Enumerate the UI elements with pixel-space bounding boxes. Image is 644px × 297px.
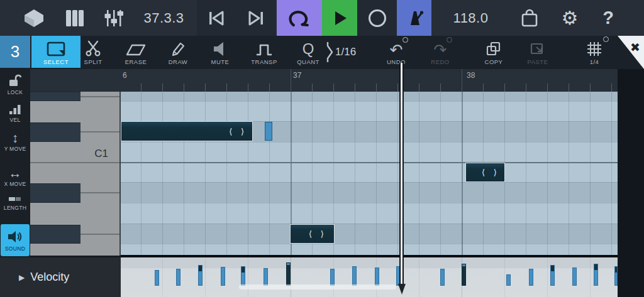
sidebar-item-velocity[interactable]: VEL (0, 103, 30, 123)
ruler-measure-label: 6 (123, 71, 127, 80)
grid-row-white-key[interactable] (121, 162, 618, 182)
velocity-bar[interactable] (198, 265, 203, 286)
sidebar-item-x-move[interactable]: ↔ X MOVE (0, 167, 30, 187)
velocity-bar[interactable] (264, 268, 268, 286)
velocity-bar[interactable] (529, 269, 533, 286)
forward-to-end-icon[interactable] (245, 0, 267, 36)
copy-button[interactable]: COPY (474, 36, 514, 68)
grid-row-white-key[interactable] (121, 244, 618, 256)
grid-row-black-key[interactable] (121, 224, 618, 244)
grid-beat-line (205, 92, 206, 256)
undo-button[interactable]: ↶ UNDO (376, 36, 416, 68)
rewind-to-start-icon[interactable] (204, 0, 227, 36)
black-key[interactable] (30, 122, 80, 142)
velocity-bar[interactable] (572, 267, 577, 286)
project-box-icon[interactable] (21, 0, 47, 36)
song-position-display[interactable]: 37.3.3 (137, 0, 191, 36)
gear-icon[interactable]: ⚙ (557, 0, 582, 36)
grid-beat-line (569, 92, 569, 256)
help-button[interactable]: ? (596, 0, 621, 36)
sidebar-item-y-move[interactable]: ↕ Y MOVE (0, 132, 30, 152)
midi-note-selected[interactable]: ⟨ ⟩ (290, 224, 335, 244)
note-resize-handles[interactable]: ⟨ ⟩ (229, 127, 247, 136)
horizontal-arrows-icon: ↔ (9, 167, 22, 180)
keyboard-icon[interactable] (62, 0, 87, 36)
velocity-bar[interactable] (375, 267, 379, 286)
grid-row-white-key[interactable] (121, 203, 618, 224)
piano-keyboard[interactable]: C1 (30, 92, 121, 256)
horizontal-scrollbar[interactable] (239, 284, 396, 289)
grid-beat-line (269, 92, 270, 256)
grid-row-black-key[interactable] (121, 182, 618, 203)
velocity-bar[interactable] (221, 267, 225, 286)
grid-row-white-key[interactable] (121, 101, 618, 121)
paste-button[interactable]: PASTE (518, 36, 558, 68)
grid-row-line (121, 182, 618, 183)
ruler-tick (569, 84, 569, 92)
velocity-bar[interactable] (506, 274, 511, 286)
mute-speaker-icon (212, 38, 228, 57)
cycle-loop-button[interactable] (277, 0, 322, 36)
velocity-lane[interactable] (121, 257, 618, 297)
metronome-icon (404, 8, 425, 28)
mixer-icon[interactable] (101, 0, 126, 36)
ruler-tick (162, 84, 163, 92)
black-key[interactable] (30, 183, 80, 203)
vertical-arrows-icon: ↕ (12, 132, 19, 144)
velocity-bar[interactable] (352, 266, 357, 286)
redo-button[interactable]: ↷ REDO (420, 36, 460, 68)
playhead-handle[interactable] (398, 284, 406, 294)
black-key[interactable] (30, 225, 80, 244)
ruler-tick (397, 84, 398, 92)
timeline-ruler[interactable]: 63738 (121, 69, 618, 92)
velocity-panel[interactable]: ▶ Velocity (0, 257, 121, 297)
velocity-bar[interactable] (286, 262, 291, 286)
ruler-measure-label: 38 (467, 71, 475, 80)
velocity-bar[interactable] (330, 269, 335, 286)
grid-beat-line (397, 92, 398, 256)
velocity-bar[interactable] (550, 265, 555, 286)
white-key-separator (80, 234, 121, 235)
velocity-bar[interactable] (155, 270, 159, 286)
close-editor-button[interactable]: ✖ (618, 36, 644, 69)
play-button[interactable] (322, 0, 357, 36)
velocity-bar[interactable] (176, 269, 180, 286)
white-key-separator (30, 162, 121, 163)
note-resize-handles[interactable]: ⟨ ⟩ (309, 229, 327, 239)
midi-note-selected[interactable]: ⟨ ⟩ (465, 163, 505, 182)
tool-split[interactable]: SPLIT (73, 36, 113, 68)
grid-beat-line (440, 92, 441, 256)
sidebar-item-sound[interactable]: SOUND (1, 224, 30, 256)
midi-note-selected[interactable]: ⟨ ⟩ (121, 121, 253, 141)
shop-bag-icon[interactable] (517, 0, 542, 36)
grid-row-line (121, 142, 618, 143)
velocity-bar[interactable] (241, 266, 245, 286)
velocity-bar[interactable] (440, 269, 445, 286)
tool-mute[interactable]: MUTE (200, 36, 240, 68)
sidebar-item-lock[interactable]: LOCK (0, 73, 30, 95)
tool-erase[interactable]: ERASE (116, 36, 156, 68)
midi-note[interactable] (265, 122, 272, 141)
grid-row-white-key[interactable] (121, 142, 618, 162)
velocity-bar[interactable] (462, 264, 466, 286)
note-resize-handles[interactable]: ⟨ ⟩ (482, 168, 500, 177)
metronome-button[interactable] (397, 0, 431, 36)
tool-transpose[interactable]: TRANSP (244, 36, 284, 68)
quantize-value[interactable]: 1/16 (335, 36, 356, 68)
velocity-bar[interactable] (594, 264, 598, 286)
tempo-display[interactable]: 118.0 (444, 0, 497, 36)
grid-row-black-key[interactable] (121, 92, 618, 101)
note-grid[interactable]: ⟨ ⟩⟨ ⟩⟨ ⟩ (121, 92, 618, 256)
sidebar-item-length[interactable]: LENGTH (0, 195, 30, 211)
disclosure-triangle-icon[interactable]: ▶ (19, 273, 25, 282)
grid-resolution-button[interactable]: 1/4 (574, 36, 614, 68)
record-button[interactable] (357, 0, 397, 36)
black-key[interactable] (30, 92, 80, 101)
playhead[interactable] (399, 63, 404, 286)
selection-count-badge[interactable]: 3 (0, 36, 30, 68)
white-key-separator (80, 192, 121, 193)
transpose-step-icon (255, 38, 274, 57)
scissors-icon (84, 38, 103, 57)
velocity-grid-line (504, 257, 505, 297)
tool-draw[interactable]: DRAW (158, 36, 198, 68)
